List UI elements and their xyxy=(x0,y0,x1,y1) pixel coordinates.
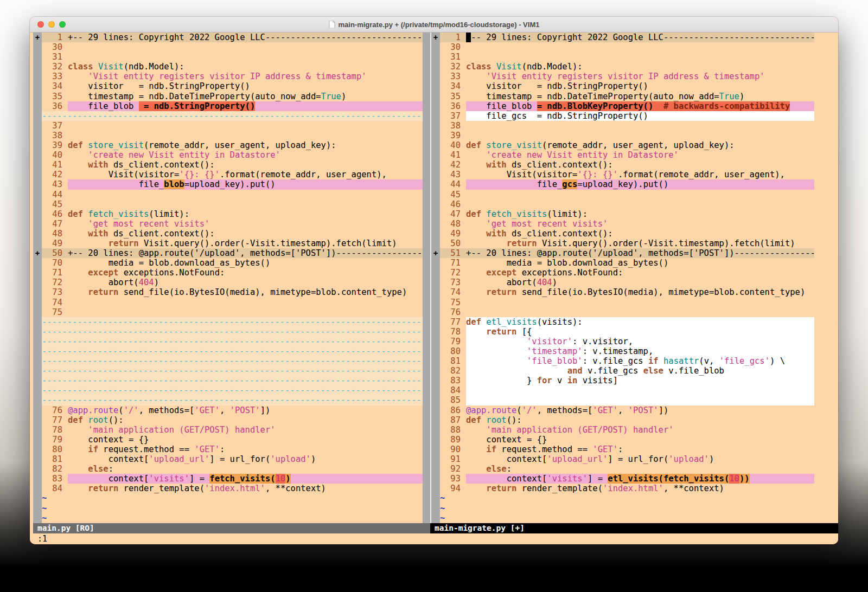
code-line[interactable]: 37 file_gcs = ndb.StringProperty() xyxy=(431,111,814,121)
code-line[interactable]: 72 except exceptions.NotFound: xyxy=(431,268,814,278)
code-line[interactable]: 89 context = {} xyxy=(431,435,814,445)
code-line[interactable]: 78 return [{ xyxy=(431,327,814,337)
code-line[interactable]: 47def fetch_visits(limit): xyxy=(431,209,814,219)
code-line[interactable]: 94 return render_template('index.html', … xyxy=(431,484,814,493)
code-line[interactable]: 71 except exceptions.NotFound: xyxy=(33,268,423,278)
code-line[interactable]: 79 'visitor': v.visitor, xyxy=(431,337,814,346)
code-line[interactable]: 45 xyxy=(33,200,423,209)
code-line[interactable]: 38 xyxy=(33,131,423,140)
code-line[interactable]: 72 abort(404) xyxy=(33,278,423,287)
code-line[interactable]: 39def store_visit(remote_addr, user_agen… xyxy=(33,140,423,150)
fold-toggle-icon[interactable]: + xyxy=(431,248,440,258)
code-line[interactable]: 48 'get most recent visits' xyxy=(431,219,814,229)
deleted-filler-line[interactable]: ----------------------------------------… xyxy=(33,356,423,366)
command-line[interactable]: :1 xyxy=(33,533,838,544)
code-line[interactable]: 44 file_gcs=upload_key).put() xyxy=(431,179,814,189)
code-line[interactable]: 40 'create new Visit entity in Datastore… xyxy=(33,150,423,160)
titlebar[interactable]: main-migrate.py + (/private/tmp/mod16-cl… xyxy=(30,17,838,33)
code-line[interactable]: 74 return send_file(io.BytesIO(media), m… xyxy=(431,287,814,297)
deleted-filler-line[interactable]: ----------------------------------------… xyxy=(33,395,423,405)
deleted-filler-line[interactable]: ----------------------------------------… xyxy=(33,376,423,385)
code-line[interactable]: 31 xyxy=(431,52,814,62)
code-line[interactable]: 35 timestamp = ndb.DateTimeProperty(auto… xyxy=(431,92,814,101)
code-line[interactable]: 49 with ds_client.context(): xyxy=(431,229,814,239)
code-line[interactable]: 31 xyxy=(33,52,423,62)
code-line[interactable]: 49 return Visit.query().order(-Visit.tim… xyxy=(33,239,423,248)
code-line[interactable]: 70 media = blob.download_as_bytes() xyxy=(33,258,423,268)
code-line[interactable]: 80 if request.method == 'GET': xyxy=(33,445,423,454)
deleted-filler-line[interactable]: ----------------------------------------… xyxy=(33,366,423,376)
tilde-line[interactable]: ~ xyxy=(431,513,814,523)
tilde-line[interactable]: ~ xyxy=(431,493,814,503)
code-line[interactable]: 74 xyxy=(33,298,423,307)
code-line[interactable]: 75 xyxy=(431,298,814,307)
code-line[interactable]: 33 'Visit entity registers visitor IP ad… xyxy=(431,72,814,81)
tilde-line[interactable]: ~ xyxy=(33,493,423,503)
code-line[interactable]: 81 context['upload_url'] = url_for('uplo… xyxy=(33,454,423,464)
code-line[interactable]: 46 xyxy=(431,200,814,209)
code-line[interactable]: 44 xyxy=(33,190,423,200)
code-line[interactable]: 77def etl_visits(visits): xyxy=(431,317,814,327)
code-line[interactable]: 77def root(): xyxy=(33,415,423,425)
code-line[interactable]: 35 timestamp = ndb.DateTimeProperty(auto… xyxy=(33,92,423,101)
code-line[interactable]: 87def root(): xyxy=(431,415,814,425)
fold-toggle-icon[interactable]: + xyxy=(431,33,440,42)
left-pane-main-py[interactable]: +1+-- 29 lines: Copyright 2022 Google LL… xyxy=(33,33,423,523)
code-line[interactable]: 90 if request.method == 'GET': xyxy=(431,445,814,454)
code-line[interactable]: 76@app.route('/', methods=['GET', 'POST'… xyxy=(33,406,423,415)
vertical-window-separator[interactable] xyxy=(423,33,431,523)
deleted-filler-line[interactable]: ----------------------------------------… xyxy=(33,337,423,346)
minimize-button[interactable] xyxy=(48,21,55,28)
code-line[interactable]: 41 with ds_client.context(): xyxy=(33,160,423,170)
code-line[interactable]: 40def store_visit(remote_addr, user_agen… xyxy=(431,140,814,150)
code-line[interactable]: 43 file_blob=upload_key).put() xyxy=(33,179,423,189)
code-line[interactable]: 39 xyxy=(431,131,814,140)
code-line[interactable]: 80 'timestamp': v.timestamp, xyxy=(431,346,814,356)
code-line[interactable]: 30 xyxy=(431,42,814,52)
deleted-filler-line[interactable]: ----------------------------------------… xyxy=(33,346,423,356)
code-line[interactable]: 32class Visit(ndb.Model): xyxy=(33,62,423,72)
code-line[interactable]: 34 visitor = ndb.StringProperty() xyxy=(431,81,814,91)
code-line[interactable]: 81 'file_blob': v.file_gcs if hasattr(v,… xyxy=(431,356,814,366)
code-line[interactable]: 33 'Visit entity registers visitor IP ad… xyxy=(33,72,423,81)
code-line[interactable]: 36 file_blob = ndb.BlobKeyProperty() # b… xyxy=(431,101,814,111)
code-line[interactable]: 37 xyxy=(33,121,423,131)
code-line[interactable]: 32class Visit(ndb.Model): xyxy=(431,62,814,72)
code-line[interactable]: 83 } for v in visits] xyxy=(431,376,814,385)
code-line[interactable]: 50 return Visit.query().order(-Visit.tim… xyxy=(431,239,814,248)
tilde-line[interactable]: ~ xyxy=(33,504,423,513)
code-line[interactable]: 34 visitor = ndb.StringProperty() xyxy=(33,81,423,91)
code-line[interactable]: 47 'get most recent visits' xyxy=(33,219,423,229)
zoom-button[interactable] xyxy=(59,21,66,28)
code-line[interactable]: 76 xyxy=(431,307,814,317)
code-line[interactable]: 43 Visit(visitor='{}: {}'.format(remote_… xyxy=(431,170,814,179)
code-line[interactable]: 48 with ds_client.context(): xyxy=(33,229,423,239)
folded-line[interactable]: +50+-- 20 lines: @app.route('/upload', m… xyxy=(33,248,423,258)
code-line[interactable]: 46def fetch_visits(limit): xyxy=(33,209,423,219)
code-line[interactable]: 84 xyxy=(431,385,814,395)
fold-toggle-icon[interactable]: + xyxy=(33,33,42,42)
folded-line[interactable]: +1+-- 29 lines: Copyright 2022 Google LL… xyxy=(431,33,814,42)
code-line[interactable]: 85 xyxy=(431,395,814,405)
folded-line[interactable]: +51+-- 20 lines: @app.route('/upload', m… xyxy=(431,248,814,258)
code-line[interactable]: 41 'create new Visit entity in Datastore… xyxy=(431,150,814,160)
code-line[interactable]: 36 file_blob = ndb.StringProperty() xyxy=(33,101,423,111)
code-line[interactable]: 91 context['upload_url'] = url_for('uplo… xyxy=(431,454,814,464)
deleted-filler-line[interactable]: ----------------------------------------… xyxy=(33,327,423,337)
tilde-line[interactable]: ~ xyxy=(33,513,423,523)
folded-line[interactable]: +1+-- 29 lines: Copyright 2022 Google LL… xyxy=(33,33,423,42)
close-button[interactable] xyxy=(37,21,44,28)
code-line[interactable]: 86@app.route('/', methods=['GET', 'POST'… xyxy=(431,406,814,415)
code-line[interactable]: 42 with ds_client.context(): xyxy=(431,160,814,170)
code-line[interactable]: 78 'main application (GET/POST) handler' xyxy=(33,425,423,435)
tilde-line[interactable]: ~ xyxy=(431,504,814,513)
deleted-filler-line[interactable]: ----------------------------------------… xyxy=(33,317,423,327)
code-line[interactable]: 92 else: xyxy=(431,464,814,474)
code-line[interactable]: 42 Visit(visitor='{}: {}'.format(remote_… xyxy=(33,170,423,179)
deleted-filler-line[interactable]: ----------------------------------------… xyxy=(33,111,423,121)
code-line[interactable]: 84 return render_template('index.html', … xyxy=(33,484,423,493)
code-line[interactable]: 73 abort(404) xyxy=(431,278,814,287)
code-line[interactable]: 73 return send_file(io.BytesIO(media), m… xyxy=(33,287,423,297)
code-line[interactable]: 79 context = {} xyxy=(33,435,423,445)
code-line[interactable]: 71 media = blob.download_as_bytes() xyxy=(431,258,814,268)
